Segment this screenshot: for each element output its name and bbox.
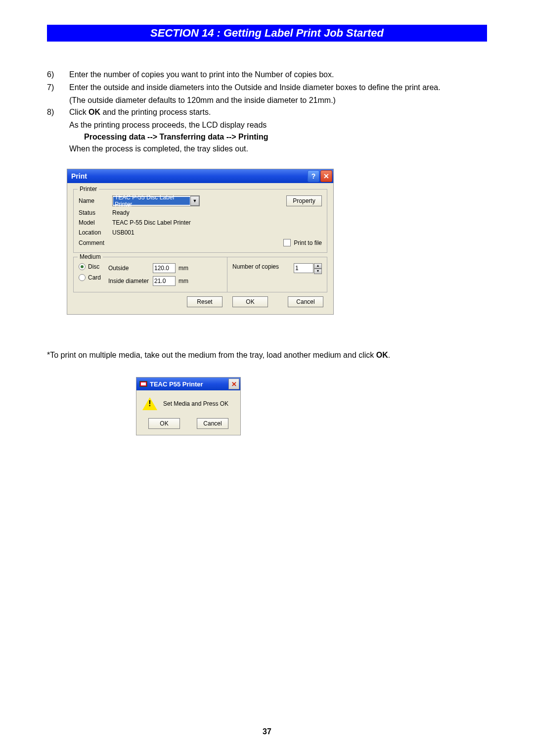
step-text-c: and the printing process starts. [100,108,211,116]
copies-group: Number of copies ▲ ▼ [227,257,327,292]
step-8-sub2: Processing data --> Transferring data --… [69,131,487,143]
model-value: TEAC P-55 Disc Label Printer [112,219,191,226]
print-dialog-titlebar[interactable]: Print ? ✕ [67,169,333,183]
card-radio[interactable] [79,274,86,281]
outside-input[interactable] [153,263,176,273]
step-text: Enter the outside and inside diameters i… [69,82,487,94]
step-text: Click OK and the printing process starts… [69,106,487,118]
printer-name-dropdown[interactable]: TEAC P-55 Disc Label Printer ▼ [112,195,200,206]
comment-label: Comment [79,239,112,246]
step-8: 8) Click OK and the printing process sta… [47,106,487,118]
printer-group: Printer Name TEAC P-55 Disc Label Printe… [73,189,327,253]
step-number: 7) [47,82,69,94]
outside-unit: mm [178,265,188,272]
close-icon[interactable]: ✕ [320,170,332,182]
status-value: Ready [112,209,130,216]
app-icon [139,381,147,387]
status-label: Status [79,209,112,216]
printer-legend: Printer [78,186,99,192]
disc-label: Disc [88,263,99,270]
inside-unit: mm [178,278,188,284]
model-label: Model [79,219,112,226]
reset-button[interactable]: Reset [187,296,222,307]
print-dialog-title: Print [71,172,307,180]
ok-button[interactable]: OK [232,296,268,307]
spin-up-icon[interactable]: ▲ [314,263,322,269]
outside-label: Outside [108,265,153,272]
card-label: Card [88,274,101,281]
section-header: SECTION 14 : Getting Label Print Job Sta… [47,25,487,42]
message-title: TEAC P55 Printer [150,380,228,388]
location-value: USB001 [112,229,134,236]
medium-group: Medium Disc Card [73,257,227,292]
radio-dot-icon [81,265,84,268]
inside-label: Inside diameter [108,278,153,284]
chevron-down-icon[interactable]: ▼ [190,196,199,206]
warning-icon: ! [142,397,157,410]
step-8-sub1: As the printing process proceeds, the LC… [69,119,487,131]
disc-radio[interactable] [79,263,86,270]
multi-media-note: *To print on multiple media, take out th… [47,349,487,361]
step-text-ok: OK [89,108,100,116]
print-dialog: Print ? ✕ Printer Name TEAC P-55 Disc La… [67,169,334,315]
property-button[interactable]: Property [286,195,322,206]
print-to-file-checkbox[interactable] [283,239,291,246]
message-titlebar[interactable]: TEAC P55 Printer ✕ [136,378,240,390]
msg-cancel-button[interactable]: Cancel [197,418,228,429]
spin-down-icon[interactable]: ▼ [314,269,322,274]
step-text: Enter the number of copies you want to p… [69,69,487,81]
location-label: Location [79,229,112,236]
close-icon[interactable]: ✕ [228,378,239,389]
step-7-sub: (The outside diameter defaults to 120mm … [69,94,487,106]
msg-ok-button[interactable]: OK [148,418,180,429]
message-dialog: TEAC P55 Printer ✕ ! Set Media and Press… [136,377,241,435]
note-ok: OK [376,351,388,359]
step-number: 6) [47,69,69,81]
print-to-file-label: Print to file [294,239,322,246]
note-a: *To print on multiple media, take out th… [47,351,376,359]
printer-name-value: TEAC P-55 Disc Label Printer [113,197,190,205]
step-8-sub3: When the process is completed, the tray … [69,143,487,155]
step-7: 7) Enter the outside and inside diameter… [47,82,487,94]
cancel-button[interactable]: Cancel [288,296,323,307]
help-icon[interactable]: ? [308,170,319,182]
step-number: 8) [47,106,69,118]
medium-legend: Medium [78,253,103,260]
message-text: Set Media and Press OK [163,400,228,407]
inside-input[interactable] [153,276,176,286]
note-c: . [388,351,390,359]
name-label: Name [79,197,112,204]
step-6: 6) Enter the number of copies you want t… [47,69,487,81]
copies-input[interactable] [294,263,313,273]
step-text-a: Click [69,108,89,116]
page-number: 37 [0,727,534,736]
copies-label: Number of copies [232,263,279,270]
